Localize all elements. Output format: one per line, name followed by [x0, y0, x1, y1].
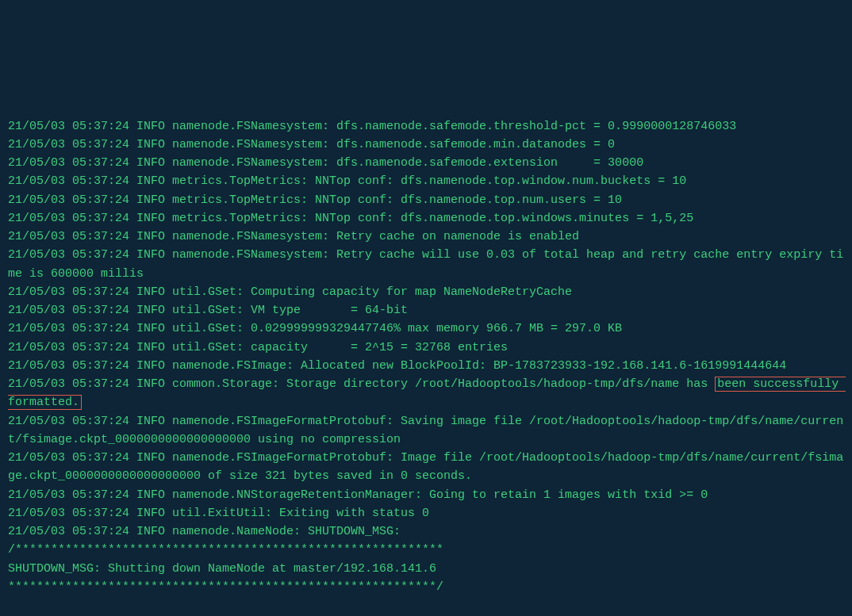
log-line: 21/05/03 05:37:24 INFO namenode.FSNamesy… [8, 228, 844, 246]
terminal-output[interactable]: 21/05/03 05:37:24 INFO namenode.FSNamesy… [8, 80, 844, 616]
log-line: 21/05/03 05:37:24 INFO namenode.FSNamesy… [8, 117, 844, 136]
log-line: 21/05/03 05:37:24 INFO namenode.NameNode… [8, 522, 844, 541]
log-line: 21/05/03 05:37:24 INFO common.Storage: S… [8, 375, 844, 412]
log-line: SHUTDOWN_MSG: Shutting down NameNode at … [8, 560, 844, 578]
log-line: 21/05/03 05:37:24 INFO namenode.FSNamesy… [8, 136, 844, 154]
log-line: 21/05/03 05:37:24 INFO metrics.TopMetric… [8, 172, 844, 190]
log-line: 21/05/03 05:37:24 INFO namenode.FSNamesy… [8, 154, 844, 172]
log-line: 21/05/03 05:37:24 INFO namenode.FSImageF… [8, 412, 844, 450]
log-line: 21/05/03 05:37:24 INFO util.GSet: VM typ… [8, 301, 844, 319]
log-line: 21/05/03 05:37:24 INFO metrics.TopMetric… [8, 191, 844, 209]
log-line: ****************************************… [8, 578, 844, 596]
log-line: 21/05/03 05:37:24 INFO metrics.TopMetric… [8, 209, 844, 228]
log-line: 21/05/03 05:37:24 INFO namenode.FSNamesy… [8, 246, 844, 283]
log-line: 21/05/03 05:37:24 INFO namenode.NNStorag… [8, 486, 844, 504]
log-line: 21/05/03 05:37:24 INFO namenode.FSImage:… [8, 357, 844, 375]
log-line: 21/05/03 05:37:24 INFO util.ExitUtil: Ex… [8, 504, 844, 522]
log-text: 21/05/03 05:37:24 INFO common.Storage: S… [8, 377, 715, 391]
log-line: 21/05/03 05:37:24 INFO util.GSet: capaci… [8, 339, 844, 357]
log-line: /***************************************… [8, 541, 844, 559]
log-line: 21/05/03 05:37:24 INFO util.GSet: Comput… [8, 283, 844, 301]
log-line: 21/05/03 05:37:24 INFO util.GSet: 0.0299… [8, 319, 844, 338]
log-line: 21/05/03 05:37:24 INFO namenode.FSImageF… [8, 449, 844, 486]
